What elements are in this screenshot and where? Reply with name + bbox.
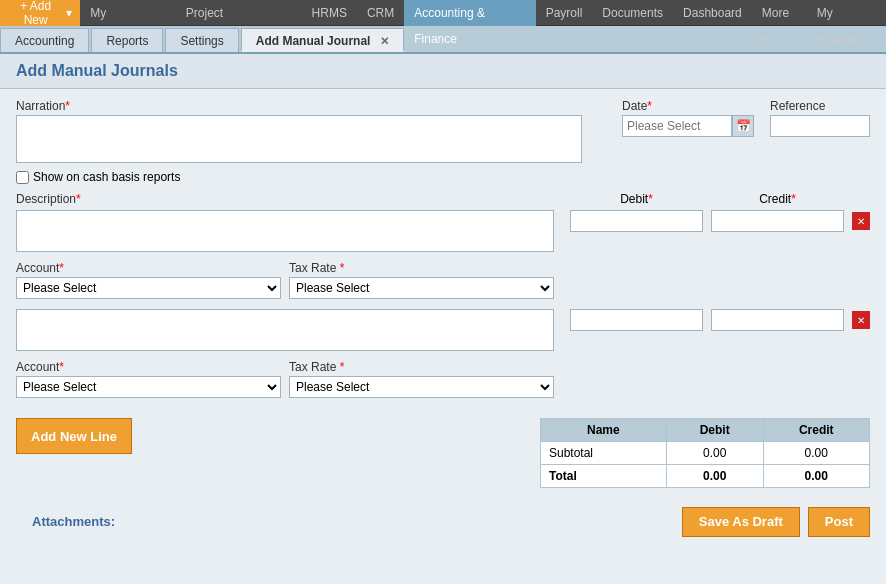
line-1-delete-button[interactable]: ✕ — [852, 212, 870, 230]
line-1-tax-col: Tax Rate * Please Select — [289, 261, 554, 299]
line-1-right-spacer — [570, 261, 870, 299]
line-1-account-select[interactable]: Please Select — [16, 277, 281, 299]
line-2-tax-select[interactable]: Please Select — [289, 376, 554, 398]
delete-icon: ✕ — [857, 216, 865, 227]
add-new-line-button[interactable]: Add New Line — [16, 418, 132, 454]
narration-label: Narration* — [16, 99, 582, 113]
nav-documents[interactable]: Documents — [592, 0, 673, 26]
top-navigation: + Add New ▾ My Workspace Project Managem… — [0, 0, 886, 26]
line-1-credit-input[interactable] — [711, 210, 844, 232]
nav-project-management[interactable]: Project Management — [176, 0, 302, 26]
top-form-row: Narration* Show on cash basis reports Da… — [0, 89, 886, 188]
tab-add-manual-journal[interactable]: Add Manual Journal ✕ — [241, 28, 404, 52]
line-2-account-tax-row: Account* Please Select Tax Rate * Please… — [16, 360, 554, 398]
line-2-credit-field — [711, 309, 844, 331]
line-2-description-input[interactable] — [16, 309, 554, 351]
line-2-delete-button[interactable]: ✕ — [852, 311, 870, 329]
page-header: Add Manual Journals — [0, 54, 886, 89]
post-button[interactable]: Post — [808, 507, 870, 537]
line-1-dc-col: ✕ — [570, 210, 870, 232]
line-1-credit-field — [711, 210, 844, 232]
line-1-tax-select[interactable]: Please Select — [289, 277, 554, 299]
line-2-debit-input[interactable] — [570, 309, 703, 331]
reference-label: Reference — [770, 99, 870, 113]
attachments-footer-row: Attachments: Save As Draft Post — [0, 498, 886, 545]
line-1-desc-col — [16, 210, 554, 255]
line-1-row: ✕ — [16, 210, 870, 255]
summary-subtotal-row: Subtotal 0.00 0.00 — [541, 442, 870, 465]
line-2-account-tax-col: Account* Please Select Tax Rate * Please… — [16, 360, 554, 398]
line-1-debit-input[interactable] — [570, 210, 703, 232]
credit-col-header: Credit* — [711, 192, 844, 206]
line-1-account-tax-row: Account* Please Select Tax Rate * Please… — [16, 261, 554, 299]
tab-settings[interactable]: Settings — [165, 28, 238, 52]
main-content: Add Manual Journals Narration* Show on c… — [0, 54, 886, 584]
line-2-account-row: Account* Please Select Tax Rate * Please… — [16, 360, 870, 398]
total-credit: 0.00 — [763, 465, 869, 488]
page-title: Add Manual Journals — [16, 62, 870, 80]
line-1-debit-field — [570, 210, 703, 232]
subtotal-debit: 0.00 — [666, 442, 763, 465]
date-field: Date* 📅 — [622, 99, 754, 137]
line-1-description-input[interactable] — [16, 210, 554, 252]
tab-reports[interactable]: Reports — [91, 28, 163, 52]
narration-section: Narration* Show on cash basis reports — [16, 99, 582, 184]
calendar-button[interactable]: 📅 — [732, 115, 754, 137]
nav-dashboard[interactable]: Dashboard — [673, 0, 752, 26]
attachments-label: Attachments: — [16, 504, 131, 539]
add-new-arrow-icon: ▾ — [66, 6, 72, 20]
tab-add-manual-journal-label: Add Manual Journal — [256, 34, 371, 48]
line-1-account-col: Account* Please Select — [16, 261, 281, 299]
tab-accounting[interactable]: Accounting — [0, 28, 89, 52]
total-name: Total — [541, 465, 667, 488]
description-col-header: Description* — [16, 192, 554, 206]
subtotal-credit: 0.00 — [763, 442, 869, 465]
nav-payroll[interactable]: Payroll — [536, 0, 593, 26]
column-headers-row: Description* Debit* Credit* — [0, 188, 886, 206]
total-debit: 0.00 — [666, 465, 763, 488]
subtotal-name: Subtotal — [541, 442, 667, 465]
narration-input[interactable] — [16, 115, 582, 163]
debit-credit-headers: Debit* Credit* — [570, 192, 870, 206]
date-label: Date* — [622, 99, 754, 113]
line-2-row: ✕ — [16, 309, 870, 354]
save-as-draft-button[interactable]: Save As Draft — [682, 507, 800, 537]
nav-more[interactable]: More ▾ — [752, 0, 807, 26]
cash-basis-row: Show on cash basis reports — [16, 170, 582, 184]
journal-lines-container: ✕ Account* Please Select — [0, 210, 886, 398]
line-1-account-row: Account* Please Select Tax Rate * Please… — [16, 261, 870, 299]
line-2-account-select[interactable]: Please Select — [16, 376, 281, 398]
nav-my-workspace[interactable]: My Workspace — [80, 0, 176, 26]
debit-col-header: Debit* — [570, 192, 703, 206]
footer-buttons: Save As Draft Post — [682, 507, 870, 537]
line-2-right-spacer — [570, 360, 870, 398]
summary-table: Name Debit Credit Subtotal 0.00 0.00 Tot… — [540, 418, 870, 488]
add-new-label: + Add New — [8, 0, 63, 27]
summary-total-row: Total 0.00 0.00 — [541, 465, 870, 488]
line-2-tax-col: Tax Rate * Please Select — [289, 360, 554, 398]
add-new-button[interactable]: + Add New ▾ — [0, 0, 80, 26]
date-input[interactable] — [622, 115, 732, 137]
line-2-account-col: Account* Please Select — [16, 360, 281, 398]
line-2-desc-col — [16, 309, 554, 354]
cash-basis-label: Show on cash basis reports — [33, 170, 180, 184]
nav-hrms[interactable]: HRMS — [302, 0, 357, 26]
line-2-credit-input[interactable] — [711, 309, 844, 331]
line-2-debit-field — [570, 309, 703, 331]
nav-crm[interactable]: CRM — [357, 0, 404, 26]
close-tab-icon[interactable]: ✕ — [380, 35, 389, 47]
right-fields: Date* 📅 Reference — [622, 99, 870, 137]
date-input-wrap: 📅 — [622, 115, 754, 137]
summary-credit-header: Credit — [763, 419, 869, 442]
line-1-account-tax-col: Account* Please Select Tax Rate * Please… — [16, 261, 554, 299]
nav-my-account[interactable]: My Account — [807, 0, 886, 26]
reference-input[interactable] — [770, 115, 870, 137]
bottom-section: Add New Line Name Debit Credit Subtotal … — [0, 408, 886, 498]
nav-accounting-finance[interactable]: Accounting & Finance — [404, 0, 535, 26]
line-2-dc-col: ✕ — [570, 309, 870, 331]
calendar-icon: 📅 — [736, 119, 751, 133]
delete-icon-2: ✕ — [857, 315, 865, 326]
cash-basis-checkbox[interactable] — [16, 171, 29, 184]
reference-field: Reference — [770, 99, 870, 137]
summary-name-header: Name — [541, 419, 667, 442]
